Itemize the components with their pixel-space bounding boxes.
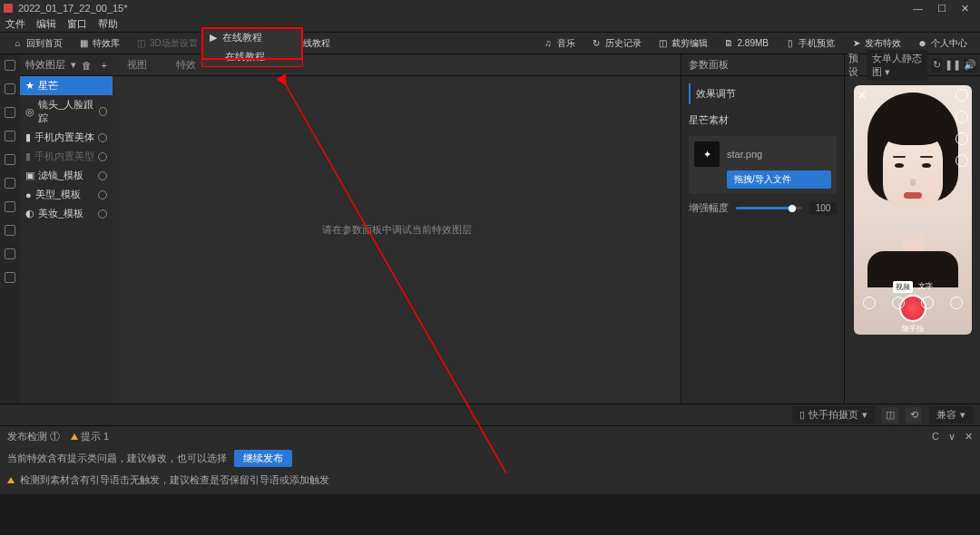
mobile-icon: ▯ bbox=[785, 38, 795, 48]
preset-select[interactable]: 女单人静态图 ▾ bbox=[867, 50, 927, 81]
phone-side-icon-3[interactable] bbox=[956, 132, 968, 145]
titlebar: 2022_01_17_22_00_15* — ☐ ✕ bbox=[0, 0, 980, 16]
layer-name: 星芒 bbox=[38, 79, 58, 92]
phone-bottom-icon-4[interactable] bbox=[950, 297, 963, 309]
property-panel-title: 参数面板 bbox=[689, 58, 729, 72]
tool-7-icon[interactable] bbox=[5, 201, 15, 212]
minimize-icon[interactable]: — bbox=[913, 3, 923, 15]
tool-10-icon[interactable] bbox=[5, 272, 15, 283]
menu-window[interactable]: 窗口 bbox=[67, 17, 87, 31]
pause-icon[interactable]: ❚❚ bbox=[946, 58, 960, 73]
publish-button[interactable]: ➤发布特效 bbox=[846, 35, 906, 52]
canvas-message: 请在参数面板中调试当前特效图层 bbox=[322, 222, 472, 236]
preview-page-select[interactable]: ▯快手拍摄页 ▾ bbox=[792, 406, 875, 423]
fxlib-button[interactable]: ▦特效库 bbox=[74, 35, 125, 52]
warning-icon bbox=[7, 477, 15, 483]
phone-bottom-icon-1[interactable] bbox=[863, 297, 876, 309]
visibility-icon[interactable] bbox=[98, 152, 107, 161]
layer-icon: ◎ bbox=[25, 106, 34, 118]
menu-edit[interactable]: 编辑 bbox=[36, 17, 56, 31]
status-icon-1[interactable]: ◫ bbox=[882, 407, 898, 423]
tool-3-icon[interactable] bbox=[5, 107, 15, 118]
dropdown-item-1[interactable]: ▶在线教程 bbox=[202, 28, 302, 47]
phone-side-icon-1[interactable] bbox=[956, 89, 968, 102]
tab-publish-check[interactable]: 发布检测 ① bbox=[7, 430, 60, 443]
layer-name: 滤镜_模板 bbox=[38, 169, 83, 182]
layer-item[interactable]: ▮手机内置美型 bbox=[20, 147, 113, 166]
mobile-preview-button[interactable]: ▯手机预览 bbox=[779, 35, 840, 52]
dropdown-item-2[interactable]: 在线教程 bbox=[202, 47, 302, 66]
layer-icon: ★ bbox=[25, 80, 34, 92]
layer-list: ★星芒◎镜头_人脸跟踪▮手机内置美体▮手机内置美型▣滤镜_模板●美型_模板◐美妆… bbox=[20, 76, 113, 223]
problems-close-icon[interactable]: ✕ bbox=[965, 431, 973, 443]
material-box: ✦ star.png 拖拽/导入文件 bbox=[689, 136, 837, 194]
app-logo-icon bbox=[4, 4, 13, 13]
phone-side-icon-2[interactable] bbox=[956, 111, 968, 123]
layer-item[interactable]: ◐美妆_模板 bbox=[20, 204, 113, 223]
phone-tag-text[interactable]: 文字 bbox=[918, 281, 933, 293]
tab-hints[interactable]: 提示 1 bbox=[71, 430, 109, 443]
volume-icon[interactable]: 🔊 bbox=[964, 58, 976, 73]
slider-value: 100 bbox=[809, 202, 837, 215]
layer-item[interactable]: ★星芒 bbox=[20, 76, 113, 95]
layer-item[interactable]: ▮手机内置美体 bbox=[20, 128, 113, 147]
menu-help[interactable]: 帮助 bbox=[98, 17, 118, 31]
phone-bottom-label: 随手拍 bbox=[902, 324, 924, 334]
maximize-icon[interactable]: ☐ bbox=[937, 3, 946, 15]
status-icon-2[interactable]: ⟲ bbox=[906, 407, 922, 423]
layer-panel: 特效图层 ▾ 🗑 + ★星芒◎镜头_人脸跟踪▮手机内置美体▮手机内置美型▣滤镜_… bbox=[20, 54, 113, 404]
file-icon: 🗎 bbox=[724, 38, 734, 48]
layer-item[interactable]: ●美型_模板 bbox=[20, 185, 113, 204]
layer-item[interactable]: ◎镜头_人脸跟踪 bbox=[20, 95, 113, 128]
tool-9-icon[interactable] bbox=[5, 248, 15, 259]
close-icon[interactable]: ✕ bbox=[961, 3, 969, 15]
history-button[interactable]: ↻历史记录 bbox=[586, 35, 647, 52]
menu-file[interactable]: 文件 bbox=[5, 17, 25, 31]
layer-item[interactable]: ▣滤镜_模板 bbox=[20, 166, 113, 185]
size-indicator: 🗎2.89MB bbox=[719, 36, 774, 50]
doc-title: 2022_01_17_22_00_15* bbox=[18, 3, 128, 14]
phone-close-icon[interactable]: ✕ bbox=[858, 89, 867, 102]
crop-button[interactable]: ◫裁剪编辑 bbox=[652, 35, 713, 52]
phone-bottom-icon-3[interactable] bbox=[921, 297, 934, 309]
user-center-button[interactable]: ☻个人中心 bbox=[912, 35, 973, 52]
problems-panel: 发布检测 ① 提示 1 C ∨ ✕ 当前特效含有提示类问题，建议修改，也可以选择… bbox=[0, 425, 980, 494]
material-label: 星芒素材 bbox=[689, 110, 837, 131]
tab-view[interactable]: 视图 bbox=[113, 54, 162, 75]
statusbar: ▯快手拍摄页 ▾ ◫ ⟲ 兼容 ▾ bbox=[0, 404, 980, 425]
layer-name: 手机内置美体 bbox=[34, 131, 94, 144]
phone-side-icon-4[interactable] bbox=[956, 154, 968, 167]
tool-4-icon[interactable] bbox=[5, 131, 15, 141]
canvas: 视图 特效 请在参数面板中调试当前特效图层 bbox=[113, 54, 681, 404]
video-icon: ▶ bbox=[210, 32, 217, 44]
add-layer-icon[interactable]: + bbox=[102, 60, 107, 71]
compat-select[interactable]: 兼容 ▾ bbox=[929, 406, 973, 423]
property-panel: 参数面板 效果调节 星芒素材 ✦ star.png 拖拽/导入文件 增强幅度 1… bbox=[681, 54, 844, 404]
tool-2-icon[interactable] bbox=[5, 83, 15, 94]
delete-layer-icon[interactable]: 🗑 bbox=[82, 60, 92, 71]
tool-1-icon[interactable] bbox=[5, 60, 15, 71]
tool-5-icon[interactable] bbox=[5, 154, 15, 165]
tool-8-icon[interactable] bbox=[5, 225, 15, 236]
warning-message: 检测到素材含有引导语击无触发，建议检查是否保留引导语或添加触发 bbox=[20, 473, 329, 487]
visibility-icon[interactable] bbox=[99, 107, 107, 116]
visibility-icon[interactable] bbox=[98, 190, 107, 199]
music-button[interactable]: ♫音乐 bbox=[538, 35, 581, 52]
refresh-icon[interactable]: ↻ bbox=[931, 58, 942, 73]
visibility-icon[interactable] bbox=[98, 133, 107, 142]
problems-collapse-icon[interactable]: ∨ bbox=[948, 431, 956, 443]
home-button[interactable]: ⌂回到首页 bbox=[7, 35, 68, 52]
phone-bottom-icon-2[interactable] bbox=[892, 297, 905, 309]
material-thumb[interactable]: ✦ bbox=[694, 141, 720, 167]
continue-publish-button[interactable]: 继续发布 bbox=[234, 450, 292, 467]
slider-label: 增强幅度 bbox=[689, 201, 729, 215]
problems-refresh-icon[interactable]: C bbox=[932, 431, 939, 443]
import-file-button[interactable]: 拖拽/导入文件 bbox=[727, 170, 831, 189]
strength-slider[interactable] bbox=[736, 207, 802, 209]
visibility-icon[interactable] bbox=[98, 209, 107, 219]
visibility-icon[interactable] bbox=[98, 171, 107, 180]
chevron-down-icon[interactable]: ▾ bbox=[71, 59, 76, 71]
phone-tag-video[interactable]: 视频 bbox=[893, 281, 913, 293]
scene3d-button[interactable]: ◫3D场景设置 bbox=[131, 35, 203, 52]
tool-6-icon[interactable] bbox=[5, 178, 15, 189]
